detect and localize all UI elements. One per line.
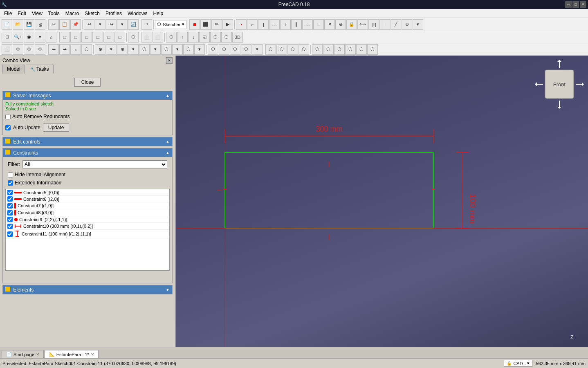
bottom-btn[interactable]: □	[103, 32, 114, 43]
c9-btn[interactable]: ⊕	[335, 19, 346, 30]
back-btn[interactable]: □	[114, 32, 125, 43]
menu-tools[interactable]: Tools	[46, 10, 62, 17]
sk-elem3[interactable]: ⚙	[24, 44, 34, 55]
c7-btn[interactable]: =	[313, 19, 324, 30]
constraints-collapse-icon[interactable]: ▲	[166, 150, 170, 155]
sk-op3[interactable]: ⊕	[117, 44, 128, 55]
constraint8-checkbox[interactable]	[7, 210, 13, 215]
draw-drop-btn[interactable]: ▾	[35, 32, 45, 43]
sk-op7[interactable]: ⬡	[161, 44, 172, 55]
c14-btn[interactable]: ╱	[391, 19, 401, 30]
cad-dropdown-icon[interactable]: ▾	[527, 361, 530, 366]
solver-messages-header[interactable]: Solver messages ▲	[3, 91, 172, 100]
sk-misc8[interactable]: ⬡	[287, 44, 298, 55]
sk-elem8[interactable]: ⬡	[81, 44, 92, 55]
constraint-item-9[interactable]: Constraint9 [(2,2),(-1,1)]	[6, 216, 169, 223]
sk-elem2[interactable]: ⚙	[13, 44, 23, 55]
constraint6-checkbox[interactable]	[7, 196, 13, 202]
sk-op9[interactable]: ⬡	[183, 44, 194, 55]
sk-op2[interactable]: ▾	[106, 44, 117, 55]
copy-button[interactable]: 📋	[59, 19, 70, 30]
c3-btn[interactable]: —	[269, 19, 280, 30]
more-btn[interactable]: ▾	[413, 19, 423, 30]
menu-windows[interactable]: Windows	[125, 10, 150, 17]
update-button[interactable]: Update	[43, 123, 70, 132]
auto-remove-checkbox[interactable]	[5, 114, 11, 119]
hide-internal-checkbox[interactable]	[8, 172, 13, 177]
menu-file[interactable]: File	[2, 10, 14, 17]
sk-op4[interactable]: ▾	[128, 44, 139, 55]
sk-misc9[interactable]: ⬡	[298, 44, 309, 55]
constraints-list[interactable]: Constraint5 [(0,0)] Constraint6 [(2,0)] …	[5, 189, 170, 271]
sk-btn7[interactable]: 3D	[232, 32, 243, 43]
sk-btn3[interactable]: ↓	[188, 32, 199, 43]
sk-misc3[interactable]: ⬡	[230, 44, 240, 55]
stop-button[interactable]: ⏹	[189, 19, 200, 30]
constraint-item-10[interactable]: Constraint10 (300 mm) [(0,1),(0,2)]	[6, 223, 169, 230]
filter-dropdown[interactable]: All	[22, 160, 167, 168]
sk-op8[interactable]: ▾	[172, 44, 183, 55]
constraints-header[interactable]: Constraints ▲	[3, 148, 172, 157]
select-btn[interactable]: ⬡	[128, 32, 139, 43]
constraint9-checkbox[interactable]	[7, 217, 13, 222]
sk-btn5[interactable]: ⬡	[210, 32, 221, 43]
edit-btn[interactable]: ✏	[211, 19, 222, 30]
sk-misc11[interactable]: ⬡	[323, 44, 334, 55]
sk-misc15[interactable]: ⬡	[367, 44, 378, 55]
sk-misc5[interactable]: ▾	[252, 44, 263, 55]
edit-controls-header[interactable]: Edit controls ▲	[3, 137, 172, 146]
sk-misc2[interactable]: ⬡	[219, 44, 229, 55]
top-btn[interactable]: □	[70, 32, 81, 43]
sk-misc10[interactable]: ⬡	[312, 44, 323, 55]
open-button[interactable]: 📂	[13, 19, 23, 30]
undo-button[interactable]: ↩	[84, 19, 94, 30]
solver-collapse-icon[interactable]: ▲	[166, 93, 170, 98]
redo-dropdown[interactable]: ▾	[117, 19, 128, 30]
c5-btn[interactable]: ∥	[291, 19, 302, 30]
point-btn[interactable]: •	[236, 19, 247, 30]
c8-btn[interactable]: ✕	[324, 19, 335, 30]
sk-op1[interactable]: ⊕	[95, 44, 105, 55]
sk-misc12[interactable]: ⬡	[334, 44, 345, 55]
refresh-button[interactable]: 🔄	[128, 19, 139, 30]
sk-elem5[interactable]: ⬅	[48, 44, 59, 55]
sk-op10[interactable]: ▾	[194, 44, 205, 55]
menu-edit[interactable]: Edit	[15, 10, 29, 17]
cut-button[interactable]: ✂	[48, 19, 59, 30]
c6-btn[interactable]: —	[302, 19, 313, 30]
close-sketch-button[interactable]: Close	[74, 78, 101, 87]
left-btn[interactable]: □	[92, 32, 103, 43]
c2-btn[interactable]: |	[258, 19, 269, 30]
zoom-fit-btn[interactable]: ⊡	[2, 32, 12, 43]
panel1-btn[interactable]: ⬜	[141, 32, 152, 43]
sk-elem1[interactable]: ⬜	[2, 44, 12, 55]
sk-btn6[interactable]: ⬡	[221, 32, 232, 43]
elements-collapse-icon[interactable]: ▼	[166, 287, 170, 292]
c11-btn[interactable]: ⟺	[357, 19, 368, 30]
constraint5-checkbox[interactable]	[7, 190, 13, 195]
new-button[interactable]: 📄	[2, 19, 12, 30]
menu-sketch[interactable]: Sketch	[82, 10, 102, 17]
sk-misc14[interactable]: ⬡	[356, 44, 367, 55]
sk-misc7[interactable]: ⬡	[276, 44, 287, 55]
constraint-item-5[interactable]: Constraint5 [(0,0)]	[6, 189, 169, 196]
nav-cube[interactable]: Front	[535, 60, 584, 117]
constraint-item-11[interactable]: Constraint11 (100 mm) [(1,2),(1,1)]	[6, 230, 169, 238]
sk-misc6[interactable]: ⬡	[265, 44, 276, 55]
tab-estante[interactable]: 📐 EstantePara : 1* ✕	[45, 350, 99, 358]
front-btn[interactable]: □	[59, 32, 70, 43]
play-button[interactable]: ▶	[222, 19, 233, 30]
sk-misc4[interactable]: ⬡	[241, 44, 251, 55]
close-window-button[interactable]: ✕	[580, 1, 586, 8]
constraint7-checkbox[interactable]	[7, 203, 13, 209]
c15-btn[interactable]: ⊘	[402, 19, 412, 30]
c13-btn[interactable]: I	[379, 19, 390, 30]
sk-btn1[interactable]: ⬡	[166, 32, 177, 43]
sk-elem4[interactable]: ⚙	[35, 44, 45, 55]
sk-misc13[interactable]: ⬡	[345, 44, 356, 55]
minimize-button[interactable]: ─	[565, 1, 572, 8]
constraint-item-7[interactable]: Constraint7 [(1,0)]	[6, 202, 169, 209]
menu-macro[interactable]: Macro	[63, 10, 81, 17]
tab-model[interactable]: Model	[2, 65, 25, 74]
sk-btn2[interactable]: ↑	[177, 32, 188, 43]
